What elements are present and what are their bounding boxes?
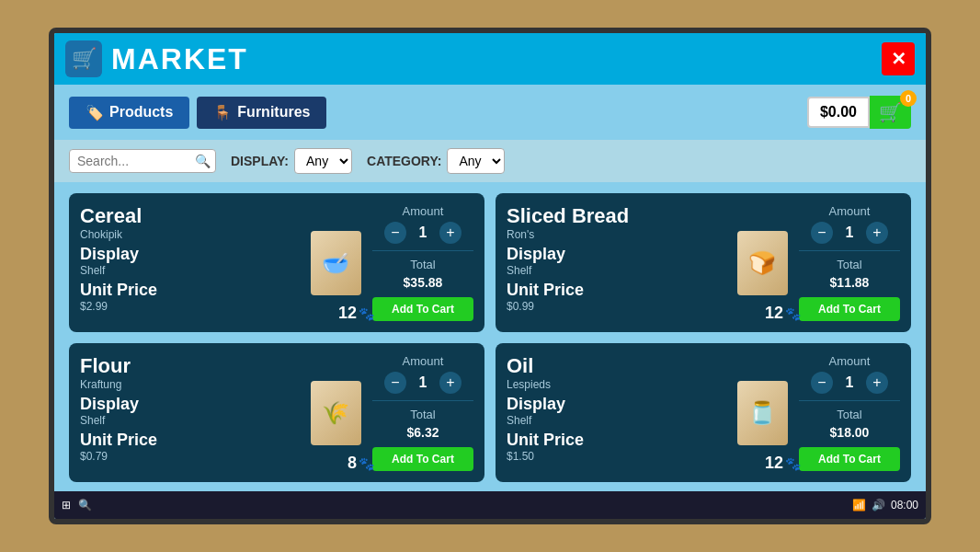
product-name: Cereal [80,204,299,228]
cart-badge: 0 [900,90,917,107]
product-display-sub: Shelf [80,264,299,277]
product-display-sub: Shelf [80,414,299,427]
amount-value: 1 [840,374,859,391]
product-unit-label: Unit Price [507,431,725,450]
total-label: Total [837,258,861,271]
product-card: Cereal Chokipik Display Shelf Unit Price… [69,193,484,332]
product-stock: 8 🐾 [348,454,374,473]
amount-value: 1 [414,224,432,241]
product-card: Oil Lespieds Display Shelf Unit Price $1… [496,343,911,482]
volume-icon: 🔊 [872,499,885,512]
search-taskbar-icon: 🔍 [78,499,92,512]
add-to-cart-button[interactable]: Add To Cart [372,297,473,321]
product-stock: 12 🐾 [765,304,801,323]
product-name: Sliced Bread [507,204,725,228]
total-value: $35.88 [404,275,443,290]
cart-price: $0.00 [807,97,870,128]
total-label: Total [410,258,435,271]
total-value: $18.00 [830,425,870,440]
furnitures-label: Furnitures [237,104,310,121]
search-icon: 🔍 [195,154,211,168]
decrement-button[interactable]: − [811,372,833,394]
cart-area: $0.00 🛒 0 [807,96,911,129]
app-title: MARKET [111,42,248,76]
product-unit-label: Unit Price [80,431,299,450]
products-tab[interactable]: 🏷️ Products [69,97,189,129]
product-display-sub: Shelf [507,414,725,427]
product-name: Oil [507,354,725,378]
amount-label: Amount [829,354,871,368]
product-info: Sliced Bread Ron's Display Shelf Unit Pr… [507,204,725,321]
product-unit-price: $0.79 [80,450,299,463]
product-unit-price: $2.99 [80,300,299,313]
monitor: 🛒 MARKET ✕ 🏷️ Products 🪑 Furnitures $0.0… [49,28,931,524]
product-image: 🥣 [311,231,361,295]
increment-button[interactable]: + [439,372,462,394]
total-label: Total [410,408,435,421]
product-controls: Amount − 1 + Total $18.00 Add To Cart [799,354,900,471]
product-brand: Chokipik [80,228,299,241]
search-bar: 🔍 DISPLAY: Any CATEGORY: Any [54,140,926,182]
windows-icon: ⊞ [62,499,71,512]
product-controls: Amount − 1 + Total $6.32 Add To Cart [372,354,473,471]
product-controls: Amount − 1 + Total $11.88 Add To Cart [799,204,900,321]
product-display: Display [80,245,299,264]
taskbar-left: ⊞ 🔍 [62,499,92,512]
product-display: Display [507,245,725,264]
furnitures-icon: 🪑 [213,104,232,121]
increment-button[interactable]: + [866,372,888,394]
product-unit-label: Unit Price [507,281,725,300]
amount-label: Amount [403,354,444,368]
products-label: Products [109,104,173,121]
amount-stepper: − 1 + [384,372,462,394]
furnitures-tab[interactable]: 🪑 Furnitures [197,97,326,129]
decrement-button[interactable]: − [384,222,406,244]
cart-button[interactable]: 🛒 0 [870,96,911,129]
increment-button[interactable]: + [439,222,462,244]
display-select[interactable]: Any [294,148,352,174]
product-controls: Amount − 1 + Total $35.88 Add To Cart [372,204,473,321]
search-input[interactable] [69,149,216,173]
product-info: Oil Lespieds Display Shelf Unit Price $1… [507,354,725,471]
product-card: Sliced Bread Ron's Display Shelf Unit Pr… [496,193,911,332]
product-info: Cereal Chokipik Display Shelf Unit Price… [80,204,299,321]
close-button[interactable]: ✕ [882,42,915,75]
product-info: Flour Kraftung Display Shelf Unit Price … [80,354,299,471]
add-to-cart-button[interactable]: Add To Cart [372,447,473,471]
taskbar-right: 📶 🔊 08:00 [852,499,918,512]
title-left: 🛒 MARKET [65,40,248,77]
cart-icon: 🛒 [879,101,902,123]
product-brand: Ron's [507,228,725,241]
product-unit-price: $1.50 [507,450,725,463]
product-brand: Lespieds [507,378,725,391]
app-window: 🛒 MARKET ✕ 🏷️ Products 🪑 Furnitures $0.0… [54,33,926,519]
amount-label: Amount [403,204,444,218]
product-card: Flour Kraftung Display Shelf Unit Price … [69,343,484,482]
product-display-sub: Shelf [507,264,725,277]
display-label: DISPLAY: [231,154,289,168]
product-image: 🌾 [311,381,361,445]
stock-icon: 🐾 [785,306,801,321]
taskbar: ⊞ 🔍 📶 🔊 08:00 [54,491,926,519]
product-image: 🫙 [737,381,788,445]
amount-stepper: − 1 + [811,222,888,244]
product-display: Display [80,395,299,414]
products-icon: 🏷️ [85,104,104,121]
decrement-button[interactable]: − [811,222,833,244]
amount-label: Amount [829,204,871,218]
amount-stepper: − 1 + [811,372,888,394]
add-to-cart-button[interactable]: Add To Cart [799,447,900,471]
increment-button[interactable]: + [866,222,888,244]
stock-icon: 🐾 [785,456,801,471]
category-select[interactable]: Any [447,148,505,174]
wifi-icon: 📶 [852,499,866,512]
add-to-cart-button[interactable]: Add To Cart [799,297,900,321]
decrement-button[interactable]: − [384,372,406,394]
search-wrap: 🔍 [69,149,216,173]
category-label: CATEGORY: [367,154,441,168]
amount-value: 1 [414,374,432,391]
product-unit-label: Unit Price [80,281,299,300]
total-label: Total [837,408,861,421]
title-bar: 🛒 MARKET ✕ [54,33,926,85]
product-name: Flour [80,354,299,378]
